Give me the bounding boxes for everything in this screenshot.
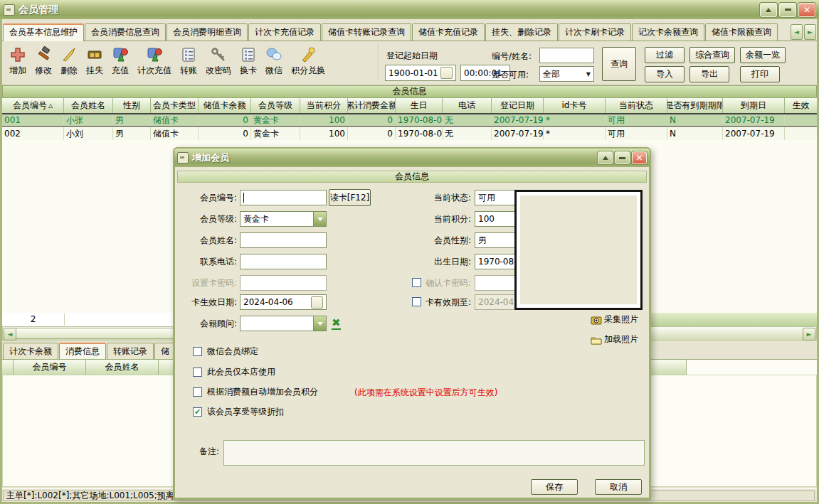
dropdown-button-icon[interactable] [313, 212, 326, 226]
cell-id-card: * [544, 114, 606, 126]
tab-value-card-transfer-query[interactable]: 储值卡转账记录查询 [322, 23, 411, 41]
reg-date-input[interactable]: 1900-01-01 [385, 65, 456, 81]
text-caret [243, 193, 244, 203]
tab-consume-info[interactable]: 消费信息 [59, 343, 106, 360]
tab-value-card-recharge[interactable]: 储值卡充值记录 [412, 23, 485, 41]
column-header-points[interactable]: 当前积分 [300, 98, 348, 113]
card-start-date-input[interactable]: 2024-04-06 [240, 294, 327, 310]
count-recharge-button[interactable]: 计次充值 [133, 45, 176, 78]
auto-points-checkbox[interactable] [193, 387, 202, 397]
rollup-button[interactable] [760, 3, 777, 17]
change-password-button[interactable]: 改密码 [201, 45, 236, 78]
wechat-bind-label: 微信会员绑定 [207, 346, 258, 357]
remark-textarea[interactable] [223, 440, 645, 466]
name-filter-input[interactable] [539, 48, 594, 63]
card-start-date-picker-button[interactable] [311, 296, 323, 309]
tab-scroll-left-button[interactable]: ◄ [791, 24, 803, 40]
reg-date-picker-button[interactable] [440, 67, 453, 79]
column-header-total-consume[interactable]: 累计消费金额 [348, 98, 396, 113]
tab-consume-detail-query[interactable]: 会员消费明细查询 [167, 23, 248, 41]
dialog-minimize-button[interactable] [615, 151, 630, 164]
column-header-birthday[interactable]: 生日 [396, 98, 443, 113]
points-exchange-button[interactable]: 积分兑换 [287, 45, 329, 78]
filter-button[interactable]: 过滤 [645, 47, 685, 63]
tab-count-card-swipe[interactable]: 计次卡刷卡记录 [559, 23, 631, 41]
minimize-button[interactable] [779, 3, 796, 17]
recharge-button[interactable]: 充值 [107, 45, 133, 78]
modify-button[interactable]: 修改 [31, 45, 56, 78]
column-header-effective[interactable]: 生效 [785, 98, 817, 113]
clear-advisor-button[interactable]: ✖ [332, 318, 341, 330]
tab-count-card-recharge[interactable]: 计次卡充值记录 [248, 23, 321, 41]
column-header-phone[interactable]: 电话 [443, 98, 492, 113]
usable-filter-dropdown[interactable]: 全部 ▼ [539, 66, 594, 82]
member-name-input[interactable] [240, 232, 327, 248]
save-button[interactable]: 保存 [531, 479, 578, 495]
balance-overview-button[interactable]: 余额一览 [740, 47, 786, 63]
gender-label: 会员性别: [410, 232, 471, 248]
table-row-selected[interactable]: 001 小张 男 储值卡 0 黄金卡 100 0 1970-08-0 无 200… [2, 114, 817, 127]
load-photo-button[interactable]: 加载照片 [591, 333, 638, 345]
column-header-card-balance[interactable]: 储值卡余额 [199, 98, 251, 113]
dialog-rollup-button[interactable] [598, 151, 613, 164]
column-header-grade[interactable]: 会员等级 [251, 98, 300, 113]
wechat-bind-checkbox[interactable] [193, 347, 202, 356]
column-header-card-type[interactable]: 会员卡类型 [151, 98, 199, 113]
tab-scroll-right-button[interactable]: ► [804, 24, 816, 40]
advisor-dropdown[interactable] [240, 316, 327, 331]
transfer-button[interactable]: 转账 [176, 45, 201, 78]
grade-discount-checkbox[interactable]: ✔ [193, 407, 202, 417]
close-icon: ✕ [635, 153, 643, 163]
grid-band-title: 会员信息 [2, 85, 817, 98]
table-row[interactable]: 002 小刘 男 储值卡 0 黄金卡 100 0 1970-08-0 无 200… [2, 127, 817, 140]
dialog-close-button[interactable]: ✕ [632, 151, 647, 164]
export-button[interactable]: 导出 [689, 66, 729, 82]
import-button[interactable]: 导入 [645, 66, 685, 82]
status-text: 主单[*]:L002[*];其它场地:L001;L005;预离 [6, 490, 174, 501]
tab-count-card-balance-query[interactable]: 记次卡余额查询 [632, 23, 704, 41]
close-button[interactable]: ✕ [798, 3, 815, 17]
column-header-reg-date[interactable]: 登记日期 [492, 98, 544, 113]
read-card-button[interactable]: 读卡[F12] [329, 189, 371, 206]
combined-query-button[interactable]: 综合查询 [689, 47, 735, 63]
column-header-id-card[interactable]: id卡号 [544, 98, 606, 113]
tab-value-card-limit-query[interactable]: 储值卡限额查询 [705, 23, 778, 41]
tab-transfer-records[interactable]: 转账记录 [107, 343, 154, 360]
tab-loss-delete-records[interactable]: 挂失、删除记录 [485, 23, 558, 41]
capture-photo-button[interactable]: 采集照片 [591, 313, 638, 326]
member-no-input[interactable] [240, 190, 327, 205]
points-exchange-label: 积分兑换 [291, 65, 325, 77]
bottom-column-member-name[interactable]: 会员姓名 [86, 360, 159, 375]
column-header-member-no[interactable]: 会员编号△ [2, 98, 64, 113]
scrollbar-right-button[interactable]: ► [803, 328, 815, 341]
cancel-button[interactable]: 取消 [595, 479, 642, 495]
column-header-member-name[interactable]: 会员姓名 [64, 98, 113, 113]
tab-member-basic-info[interactable]: 会员基本信息维护 [3, 23, 84, 41]
column-header-expiry-date[interactable]: 到期日 [723, 98, 785, 113]
add-button[interactable]: 增加 [5, 45, 31, 78]
confirm-password-label: 确认卡密码: [416, 275, 471, 291]
column-header-status[interactable]: 当前状态 [606, 98, 667, 113]
scrollbar-left-button[interactable]: ◄ [4, 328, 16, 341]
set-password-input[interactable] [240, 275, 327, 291]
report-loss-button[interactable]: 挂失 [82, 45, 107, 78]
query-button[interactable]: 查询 [602, 47, 636, 81]
cell-has-expiry: N [667, 127, 723, 140]
scrollbar-thumb[interactable] [16, 328, 178, 339]
delete-button[interactable]: 删除 [56, 45, 82, 78]
tab-consume-info-query[interactable]: 会员消费信息查询 [85, 23, 166, 41]
change-card-button[interactable]: 换卡 [236, 45, 261, 78]
wechat-button[interactable]: 微信 [261, 45, 287, 78]
print-button[interactable]: 打印 [740, 66, 780, 82]
row-indicator-column [2, 360, 14, 375]
status-value: 可用 [478, 192, 495, 204]
column-header-gender[interactable]: 性别 [113, 98, 151, 113]
column-header-has-expiry[interactable]: 是否有到期期限 [667, 98, 723, 113]
phone-input[interactable] [240, 254, 327, 269]
grade-dropdown[interactable]: 黄金卡 [240, 211, 327, 227]
tab-count-card-balance[interactable]: 计次卡余额 [3, 343, 58, 360]
bottom-column-member-no[interactable]: 会员编号 [14, 360, 86, 375]
dropdown-button-icon[interactable] [313, 316, 326, 331]
list-icon [180, 46, 197, 63]
store-only-checkbox[interactable] [193, 368, 202, 377]
